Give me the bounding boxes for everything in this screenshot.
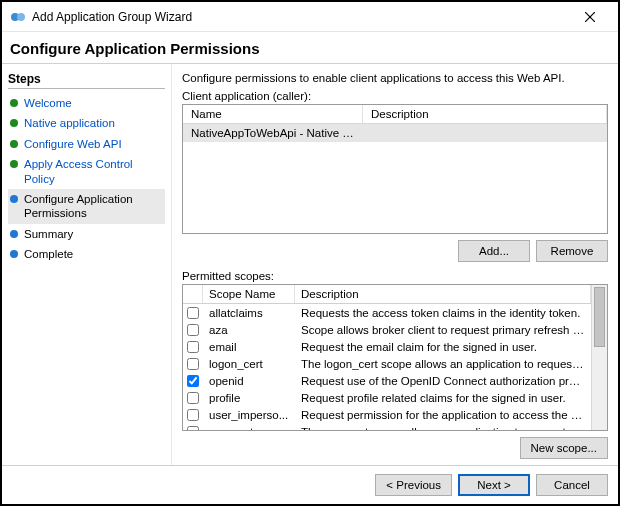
remove-button[interactable]: Remove: [536, 240, 608, 262]
cancel-button[interactable]: Cancel: [536, 474, 608, 496]
scope-description: Scope allows broker client to request pr…: [295, 324, 591, 336]
close-button[interactable]: [570, 3, 610, 31]
scope-row[interactable]: openidRequest use of the OpenID Connect …: [183, 372, 591, 389]
scope-checkbox[interactable]: [187, 324, 199, 336]
step-bullet-icon: [10, 195, 18, 203]
scope-checkbox[interactable]: [187, 426, 199, 431]
step-native-application[interactable]: Native application: [8, 113, 165, 133]
scope-name: vpn_cert: [203, 426, 295, 431]
step-summary: Summary: [8, 224, 165, 244]
next-button[interactable]: Next >: [458, 474, 530, 496]
wizard-footer: < Previous Next > Cancel: [2, 465, 618, 504]
scope-description: Request the email claim for the signed i…: [295, 341, 591, 353]
scope-description: The vpn_cert scope allows an application…: [295, 426, 591, 431]
wizard-body: Steps WelcomeNative applicationConfigure…: [2, 64, 618, 465]
column-header-scope-name[interactable]: Scope Name: [203, 285, 295, 303]
svg-point-1: [17, 13, 25, 21]
step-label: Configure Application Permissions: [24, 192, 163, 221]
scope-description: Request permission for the application t…: [295, 409, 591, 421]
steps-sidebar: Steps WelcomeNative applicationConfigure…: [2, 64, 172, 465]
scope-name: logon_cert: [203, 358, 295, 370]
scope-row[interactable]: allatclaimsRequests the access token cla…: [183, 304, 591, 321]
scope-description: The logon_cert scope allows an applicati…: [295, 358, 591, 370]
scope-description: Request profile related claims for the s…: [295, 392, 591, 404]
content-pane: Configure permissions to enable client a…: [172, 64, 618, 465]
column-header-name[interactable]: Name: [183, 105, 363, 123]
scope-row[interactable]: vpn_certThe vpn_cert scope allows an app…: [183, 423, 591, 430]
scope-checkbox[interactable]: [187, 409, 199, 421]
new-scope-button[interactable]: New scope...: [520, 437, 608, 459]
scope-name: allatclaims: [203, 307, 295, 319]
scope-checkbox[interactable]: [187, 341, 199, 353]
scope-checkbox[interactable]: [187, 307, 199, 319]
scopes-columns: Scope Name Description: [183, 285, 591, 304]
scope-row[interactable]: logon_certThe logon_cert scope allows an…: [183, 355, 591, 372]
client-app-list[interactable]: Name Description NativeAppToWebApi - Nat…: [182, 104, 608, 234]
scope-checkbox[interactable]: [187, 358, 199, 370]
column-header-scope-description[interactable]: Description: [295, 285, 591, 303]
step-done-icon: [10, 160, 18, 168]
scrollbar-thumb[interactable]: [594, 287, 605, 347]
scope-name: email: [203, 341, 295, 353]
step-done-icon: [10, 140, 18, 148]
step-done-icon: [10, 119, 18, 127]
scope-row[interactable]: profileRequest profile related claims fo…: [183, 389, 591, 406]
app-icon: [10, 9, 26, 25]
scope-checkbox[interactable]: [187, 375, 199, 387]
titlebar: Add Application Group Wizard: [2, 2, 618, 32]
client-app-row[interactable]: NativeAppToWebApi - Native applicati...: [183, 124, 607, 142]
step-label: Summary: [24, 227, 73, 241]
add-button[interactable]: Add...: [458, 240, 530, 262]
scope-name: openid: [203, 375, 295, 387]
step-complete: Complete: [8, 244, 165, 264]
step-welcome[interactable]: Welcome: [8, 93, 165, 113]
scope-name: profile: [203, 392, 295, 404]
scope-row[interactable]: user_imperso...Request permission for th…: [183, 406, 591, 423]
scope-name: aza: [203, 324, 295, 336]
scopes-label: Permitted scopes:: [182, 270, 608, 282]
scope-checkbox[interactable]: [187, 392, 199, 404]
page-title: Configure Application Permissions: [10, 40, 608, 57]
step-label: Native application: [24, 116, 115, 130]
instruction-text: Configure permissions to enable client a…: [182, 72, 608, 84]
page-header: Configure Application Permissions: [2, 32, 618, 64]
step-apply-access-control-policy[interactable]: Apply Access Control Policy: [8, 154, 165, 189]
step-bullet-icon: [10, 230, 18, 238]
step-done-icon: [10, 99, 18, 107]
column-header-description[interactable]: Description: [363, 105, 607, 123]
scope-row[interactable]: emailRequest the email claim for the sig…: [183, 338, 591, 355]
step-label: Apply Access Control Policy: [24, 157, 163, 186]
column-header-check: [183, 285, 203, 303]
scope-description: Requests the access token claims in the …: [295, 307, 591, 319]
step-configure-web-api[interactable]: Configure Web API: [8, 134, 165, 154]
client-app-name: NativeAppToWebApi - Native applicati...: [183, 124, 363, 142]
window-title: Add Application Group Wizard: [32, 10, 570, 24]
scope-description: Request use of the OpenID Connect author…: [295, 375, 591, 387]
client-app-label: Client application (caller):: [182, 90, 608, 102]
step-label: Configure Web API: [24, 137, 122, 151]
client-buttons: Add... Remove: [182, 240, 608, 262]
step-label: Complete: [24, 247, 73, 261]
client-app-description: [363, 124, 607, 142]
client-app-columns: Name Description: [183, 105, 607, 124]
wizard-window: Add Application Group Wizard Configure A…: [0, 0, 620, 506]
step-bullet-icon: [10, 250, 18, 258]
steps-title: Steps: [8, 72, 165, 89]
step-configure-application-permissions: Configure Application Permissions: [8, 189, 165, 224]
new-scope-row: New scope...: [182, 437, 608, 459]
scopes-list[interactable]: Scope Name Description allatclaimsReques…: [182, 284, 608, 431]
previous-button[interactable]: < Previous: [375, 474, 452, 496]
close-icon: [585, 12, 595, 22]
scope-row[interactable]: azaScope allows broker client to request…: [183, 321, 591, 338]
scope-name: user_imperso...: [203, 409, 295, 421]
scopes-scrollbar[interactable]: [591, 285, 607, 430]
step-label: Welcome: [24, 96, 72, 110]
